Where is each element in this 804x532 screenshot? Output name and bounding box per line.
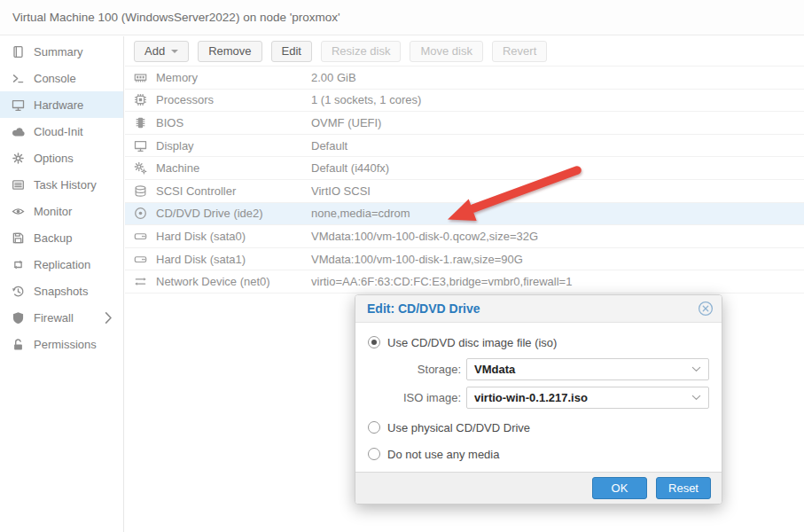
radio-no-media[interactable] bbox=[368, 448, 380, 460]
sidebar-item-label: Monitor bbox=[34, 205, 72, 218]
device-label: Hard Disk (sata0) bbox=[156, 230, 311, 243]
retweet-icon bbox=[12, 258, 25, 271]
device-value: OVMF (UEFI) bbox=[311, 116, 381, 129]
remove-button[interactable]: Remove bbox=[198, 41, 261, 62]
device-label: CD/DVD Drive (ide2) bbox=[156, 207, 311, 220]
hw-row-machine[interactable]: MachineDefault (i440fx) bbox=[125, 156, 804, 179]
storage-select[interactable]: VMdata bbox=[466, 358, 709, 380]
storage-value: VMdata bbox=[474, 363, 515, 376]
display-icon bbox=[134, 139, 147, 153]
sidebar-item-summary[interactable]: Summary bbox=[0, 38, 123, 65]
sidebar-item-label: Hardware bbox=[34, 98, 83, 112]
hardware-toolbar: Add Remove Edit Resize disk Move disk Re… bbox=[125, 36, 804, 66]
option-label: Use physical CD/DVD Drive bbox=[387, 421, 530, 434]
hw-row-display[interactable]: DisplayDefault bbox=[125, 134, 804, 157]
hw-row-network-device[interactable]: Network Device (net0)virtio=AA:6F:63:CD:… bbox=[125, 270, 804, 293]
sidebar: Summary Console Hardware Cloud-Init Opti… bbox=[0, 36, 124, 532]
device-value: Default bbox=[311, 139, 347, 153]
edit-cddvd-dialog: Edit: CD/DVD Drive Use CD/DVD disc image… bbox=[355, 294, 722, 505]
device-value: VMdata:100/vm-100-disk-0.qcow2,size=32G bbox=[311, 230, 538, 243]
hw-row-memory[interactable]: Memory2.00 GiB bbox=[125, 66, 804, 89]
sidebar-item-snapshots[interactable]: Snapshots bbox=[0, 278, 123, 304]
sidebar-item-label: Cloud-Init bbox=[34, 125, 83, 138]
hw-row-hard-disk-sata1[interactable]: Hard Disk (sata1)VMdata:100/vm-100-disk-… bbox=[125, 247, 804, 270]
radio-use-iso[interactable] bbox=[368, 336, 380, 348]
sidebar-item-monitor[interactable]: Monitor bbox=[0, 198, 123, 224]
resize-disk-button[interactable]: Resize disk bbox=[321, 41, 401, 62]
sidebar-item-replication[interactable]: Replication bbox=[0, 251, 123, 278]
page-title: Virtual Machine 100 (WindowsServer2022) … bbox=[12, 11, 340, 24]
add-button[interactable]: Add bbox=[134, 41, 189, 62]
hw-row-scsi-controller[interactable]: SCSI ControllerVirtIO SCSI bbox=[125, 179, 804, 202]
option-physical-drive: Use physical CD/DVD Drive bbox=[368, 419, 709, 436]
unlock-icon bbox=[12, 338, 25, 351]
floppy-icon bbox=[12, 231, 25, 245]
gears-icon bbox=[134, 161, 147, 175]
remove-button-label: Remove bbox=[208, 44, 251, 58]
edit-button[interactable]: Edit bbox=[271, 41, 312, 62]
hdd-icon bbox=[134, 253, 147, 266]
chevron-right-icon bbox=[102, 311, 115, 325]
sidebar-item-task-history[interactable]: Task History bbox=[0, 171, 123, 198]
device-label: SCSI Controller bbox=[156, 184, 311, 198]
device-value: 1 (1 sockets, 1 cores) bbox=[311, 93, 421, 106]
close-button[interactable] bbox=[698, 301, 714, 317]
device-value: 2.00 GiB bbox=[311, 71, 356, 84]
sidebar-item-label: Permissions bbox=[34, 338, 97, 351]
iso-image-value: virtio-win-0.1.217.iso bbox=[474, 391, 588, 404]
device-value: VirtIO SCSI bbox=[311, 184, 371, 198]
sidebar-item-permissions[interactable]: Permissions bbox=[0, 331, 123, 357]
device-value: none,media=cdrom bbox=[311, 207, 410, 220]
dialog-footer: OK Reset bbox=[355, 472, 722, 504]
move-disk-button[interactable]: Move disk bbox=[410, 41, 483, 62]
chevron-down-icon bbox=[691, 366, 701, 372]
sidebar-item-label: Console bbox=[34, 72, 76, 85]
sidebar-item-label: Backup bbox=[34, 231, 72, 245]
close-icon bbox=[698, 301, 714, 317]
reset-button[interactable]: Reset bbox=[656, 477, 711, 499]
sidebar-item-firewall[interactable]: Firewall bbox=[0, 304, 123, 331]
sidebar-item-hardware[interactable]: Hardware bbox=[0, 91, 123, 118]
revert-button[interactable]: Revert bbox=[492, 41, 547, 62]
option-no-media: Do not use any media bbox=[368, 445, 709, 463]
storage-field-row: Storage: VMdata bbox=[368, 358, 709, 380]
radio-physical-drive[interactable] bbox=[368, 421, 380, 434]
iso-image-select[interactable]: virtio-win-0.1.217.iso bbox=[466, 387, 709, 409]
device-label: Network Device (net0) bbox=[156, 275, 311, 288]
book-icon bbox=[12, 45, 25, 59]
resize-disk-button-label: Resize disk bbox=[332, 44, 390, 58]
sidebar-item-cloud-init[interactable]: Cloud-Init bbox=[0, 118, 123, 145]
dialog-header: Edit: CD/DVD Drive bbox=[355, 295, 722, 323]
move-disk-button-label: Move disk bbox=[420, 44, 472, 58]
network-icon bbox=[134, 275, 147, 288]
iso-image-field-row: ISO image: virtio-win-0.1.217.iso bbox=[368, 387, 709, 409]
dialog-title: Edit: CD/DVD Drive bbox=[367, 301, 480, 316]
device-label: Processors bbox=[156, 93, 311, 106]
device-label: BIOS bbox=[156, 116, 311, 129]
option-label: Do not use any media bbox=[387, 448, 499, 461]
option-label: Use CD/DVD disc image file (iso) bbox=[387, 336, 557, 349]
sidebar-item-console[interactable]: Console bbox=[0, 65, 123, 91]
sidebar-item-backup[interactable]: Backup bbox=[0, 224, 123, 251]
add-button-label: Add bbox=[144, 44, 165, 58]
hw-row-processors[interactable]: Processors1 (1 sockets, 1 cores) bbox=[125, 89, 804, 112]
desktop-icon bbox=[12, 98, 25, 112]
cloud-icon bbox=[12, 125, 25, 138]
hw-row-bios[interactable]: BIOSOVMF (UEFI) bbox=[125, 111, 804, 134]
terminal-icon bbox=[12, 72, 25, 85]
database-icon bbox=[134, 184, 147, 198]
reset-button-label: Reset bbox=[668, 481, 699, 495]
cpu-icon bbox=[134, 93, 147, 106]
device-label: Display bbox=[156, 139, 311, 153]
hdd-icon bbox=[134, 230, 147, 243]
sidebar-item-options[interactable]: Options bbox=[0, 145, 123, 171]
microchip-icon bbox=[134, 116, 147, 129]
hw-row-hard-disk-sata0[interactable]: Hard Disk (sata0)VMdata:100/vm-100-disk-… bbox=[125, 224, 804, 247]
window-title-bar: Virtual Machine 100 (WindowsServer2022) … bbox=[0, 0, 804, 35]
sidebar-item-label: Summary bbox=[34, 45, 83, 59]
chevron-down-icon bbox=[691, 395, 701, 401]
ok-button[interactable]: OK bbox=[592, 477, 647, 499]
sidebar-item-label: Options bbox=[34, 152, 74, 165]
sidebar-item-label: Task History bbox=[34, 178, 97, 192]
hw-row-cddvd-drive[interactable]: CD/DVD Drive (ide2)none,media=cdrom bbox=[125, 202, 804, 225]
